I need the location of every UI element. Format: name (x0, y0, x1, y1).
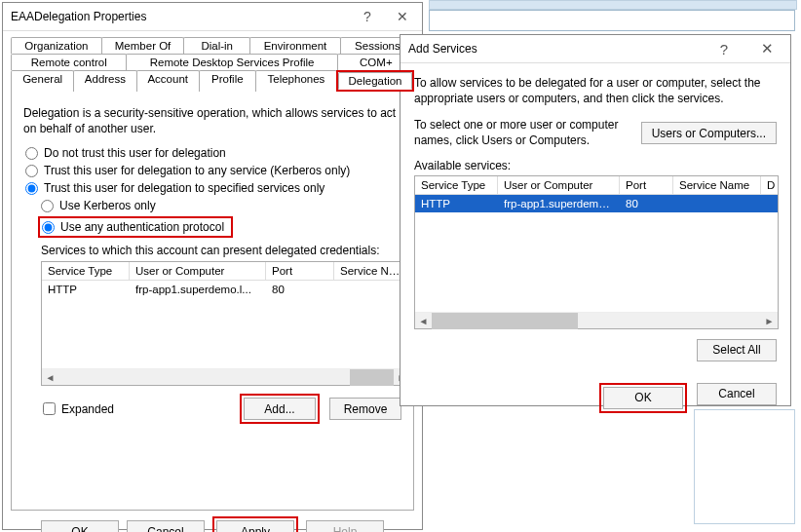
radio-kerberos-only-input[interactable] (41, 200, 54, 212)
radio-no-trust[interactable]: Do not trust this user for delegation (25, 146, 401, 160)
col-user-computer[interactable]: User or Computer (498, 176, 620, 195)
remove-button[interactable]: Remove (329, 398, 401, 420)
delegation-intro: Delegation is a security-sensitive opera… (23, 105, 401, 136)
scroll-right-icon[interactable]: ► (761, 313, 778, 329)
scroll-left-icon[interactable]: ◄ (42, 369, 58, 386)
close-icon[interactable]: ✕ (745, 35, 788, 62)
radio-any-protocol-label: Use any authentication protocol (60, 220, 224, 234)
tab-address[interactable]: Address (73, 70, 136, 92)
help-button[interactable]: Help (306, 520, 384, 532)
table-header: Service Type User or Computer Port Servi… (415, 176, 778, 195)
tab-account[interactable]: Account (136, 70, 200, 92)
tab-strip: Organization Member Of Dial-in Environme… (11, 37, 414, 92)
expanded-label: Expanded (61, 402, 114, 416)
delegated-services-table[interactable]: Service Type User or Computer Port Servi… (41, 261, 411, 386)
radio-no-trust-input[interactable] (25, 147, 38, 160)
tab-delegation[interactable]: Delegation (338, 72, 412, 90)
scroll-left-icon[interactable]: ◄ (415, 313, 432, 329)
cell-service-type: HTTP (415, 197, 498, 210)
cell-port: 80 (266, 283, 334, 296)
help-icon[interactable]: ? (350, 3, 385, 30)
tab-member-of[interactable]: Member Of (101, 37, 184, 54)
tab-rds-profile[interactable]: Remote Desktop Services Profile (126, 54, 337, 70)
tab-environment[interactable]: Environment (249, 37, 341, 54)
services-list-label: Services to which this account can prese… (41, 244, 401, 257)
apply-button[interactable]: Apply (216, 520, 294, 532)
radio-any-service-input[interactable] (25, 165, 38, 177)
tab-remote-control[interactable]: Remote control (11, 54, 127, 70)
users-computers-hint: To select one or more user or computer n… (414, 118, 631, 148)
add-services-title: Add Services (408, 42, 703, 56)
help-icon[interactable]: ? (703, 35, 745, 62)
table-row[interactable]: HTTP frp-app1.superdemo.l... 80 (415, 195, 778, 212)
select-all-button[interactable]: Select All (697, 339, 777, 361)
cell-service-name (673, 197, 761, 210)
col-port[interactable]: Port (266, 262, 334, 281)
properties-title: EAADelegation Properties (11, 10, 350, 23)
cell-host: frp-app1.superdemo.l... (498, 197, 620, 210)
tab-telephones[interactable]: Telephones (255, 70, 337, 92)
background-panel (694, 409, 795, 524)
radio-specified-label: Trust this user for delegation to specif… (44, 181, 324, 195)
scroll-thumb[interactable] (350, 369, 394, 386)
add-services-dialog: Add Services ? ✕ To allow services to be… (400, 34, 791, 406)
background-panel (429, 10, 795, 31)
ok-button[interactable]: OK (41, 520, 119, 532)
radio-kerberos-only-label: Use Kerberos only (59, 199, 156, 212)
tab-dial-in[interactable]: Dial-in (183, 37, 250, 54)
radio-specified-input[interactable] (25, 182, 38, 195)
cell-d (761, 197, 778, 210)
cell-host: frp-app1.superdemo.l... (130, 283, 266, 296)
users-or-computers-button[interactable]: Users or Computers... (641, 122, 777, 144)
col-service-type[interactable]: Service Type (42, 262, 130, 281)
tab-profile[interactable]: Profile (199, 70, 256, 92)
h-scrollbar[interactable]: ◄ ► (42, 368, 410, 385)
available-services-label: Available services: (414, 159, 777, 172)
radio-any-protocol[interactable]: Use any authentication protocol (38, 216, 233, 238)
ok-button[interactable]: OK (603, 387, 683, 409)
add-services-intro: To allow services to be delegated for a … (414, 75, 777, 106)
col-port[interactable]: Port (620, 176, 673, 195)
radio-any-protocol-input[interactable] (42, 221, 55, 234)
cell-service-type: HTTP (42, 283, 130, 296)
cell-port: 80 (620, 197, 673, 210)
dialog-button-row: OK Cancel Apply Help (3, 516, 422, 532)
col-service-type[interactable]: Service Type (415, 176, 498, 195)
h-scrollbar[interactable]: ◄ ► (415, 312, 778, 328)
radio-specified[interactable]: Trust this user for delegation to specif… (25, 181, 401, 195)
available-services-table[interactable]: Service Type User or Computer Port Servi… (414, 175, 779, 329)
radio-any-service-label: Trust this user for delegation to any se… (44, 164, 350, 177)
cancel-button[interactable]: Cancel (127, 520, 205, 532)
col-user-computer[interactable]: User or Computer (130, 262, 266, 281)
scroll-thumb[interactable] (432, 313, 578, 329)
radio-any-service[interactable]: Trust this user for delegation to any se… (25, 164, 401, 177)
add-services-titlebar: Add Services ? ✕ (400, 35, 790, 63)
col-d[interactable]: D (761, 176, 778, 195)
properties-dialog: EAADelegation Properties ? ✕ Organizatio… (2, 2, 423, 530)
close-icon[interactable]: ✕ (385, 3, 420, 30)
expanded-checkbox-input[interactable] (43, 402, 56, 415)
expanded-checkbox[interactable]: Expanded (43, 402, 114, 416)
table-row[interactable]: HTTP frp-app1.superdemo.l... 80 (42, 281, 410, 298)
cancel-button[interactable]: Cancel (697, 383, 777, 405)
add-button[interactable]: Add... (244, 398, 316, 420)
col-service-name[interactable]: Service Name (673, 176, 761, 195)
tab-general[interactable]: General (11, 70, 74, 92)
properties-titlebar: EAADelegation Properties ? ✕ (3, 3, 422, 31)
radio-no-trust-label: Do not trust this user for delegation (44, 146, 226, 160)
background-panel (429, 0, 797, 10)
table-header: Service Type User or Computer Port Servi… (42, 262, 410, 281)
delegation-tab-body: Delegation is a security-sensitive opera… (11, 92, 414, 511)
radio-kerberos-only[interactable]: Use Kerberos only (41, 199, 401, 212)
tab-organization[interactable]: Organization (11, 37, 102, 54)
